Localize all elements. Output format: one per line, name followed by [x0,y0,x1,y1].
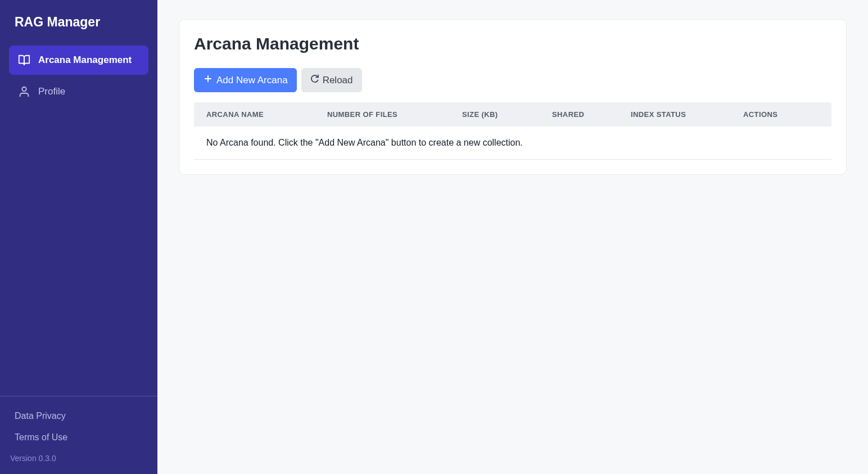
sidebar: RAG Manager Arcana Management Profile Da… [0,0,157,474]
sidebar-nav: Arcana Management Profile [0,46,157,396]
add-new-arcana-button[interactable]: Add New Arcana [194,68,297,92]
app-title: RAG Manager [0,0,157,46]
footer-link-data-privacy[interactable]: Data Privacy [0,405,157,427]
column-header-index-status: Index Status [618,110,731,119]
arcana-table: Arcana Name Number of Files Size (KB) Sh… [194,102,831,160]
column-header-actions: Actions [731,110,810,119]
button-label: Reload [323,75,353,86]
sidebar-item-label: Arcana Management [38,53,132,67]
main-content: Arcana Management Add New Arcana Reload … [157,0,868,474]
column-header-shared: Shared [540,110,618,119]
sidebar-item-arcana-management[interactable]: Arcana Management [9,46,148,75]
sidebar-item-profile[interactable]: Profile [9,77,148,106]
version-label: Version 0.3.0 [0,448,157,466]
table-empty-message: No Arcana found. Click the "Add New Arca… [194,127,831,160]
svg-point-0 [22,87,26,91]
reload-icon [310,74,319,86]
plus-icon [203,74,213,87]
user-icon [18,85,30,98]
column-header-size: Size (KB) [450,110,540,119]
button-label: Add New Arcana [216,75,288,86]
column-header-number-of-files: Number of Files [315,110,450,119]
page-title: Arcana Management [194,34,831,53]
toolbar: Add New Arcana Reload [194,68,831,92]
column-header-arcana-name: Arcana Name [194,110,315,119]
sidebar-item-label: Profile [38,85,65,98]
footer-link-terms-of-use[interactable]: Terms of Use [0,427,157,448]
reload-button[interactable]: Reload [301,68,362,92]
book-icon [18,54,30,66]
table-header-row: Arcana Name Number of Files Size (KB) Sh… [194,102,831,127]
sidebar-footer: Data Privacy Terms of Use Version 0.3.0 [0,396,157,474]
arcana-management-card: Arcana Management Add New Arcana Reload … [179,19,847,175]
